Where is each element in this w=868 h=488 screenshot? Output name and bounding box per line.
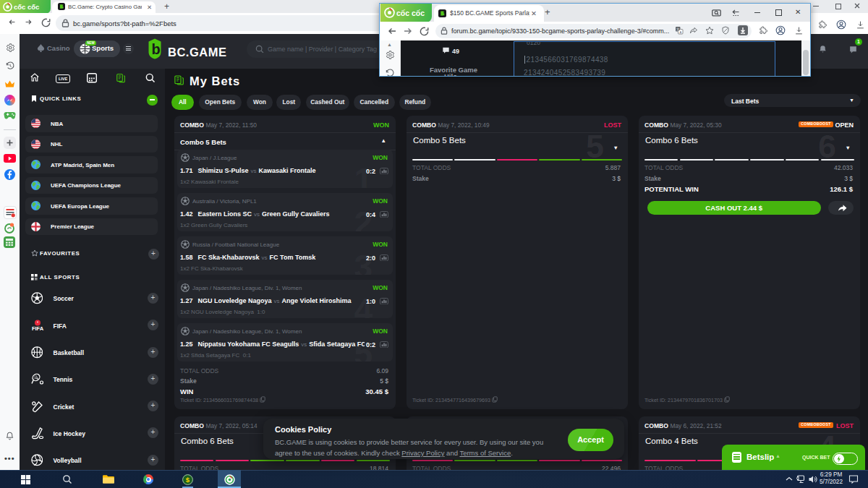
svg-text:A: A <box>679 30 681 34</box>
svg-text:$: $ <box>186 476 190 484</box>
svg-text:FIFA: FIFA <box>31 325 43 331</box>
svg-text:b: b <box>152 41 161 57</box>
